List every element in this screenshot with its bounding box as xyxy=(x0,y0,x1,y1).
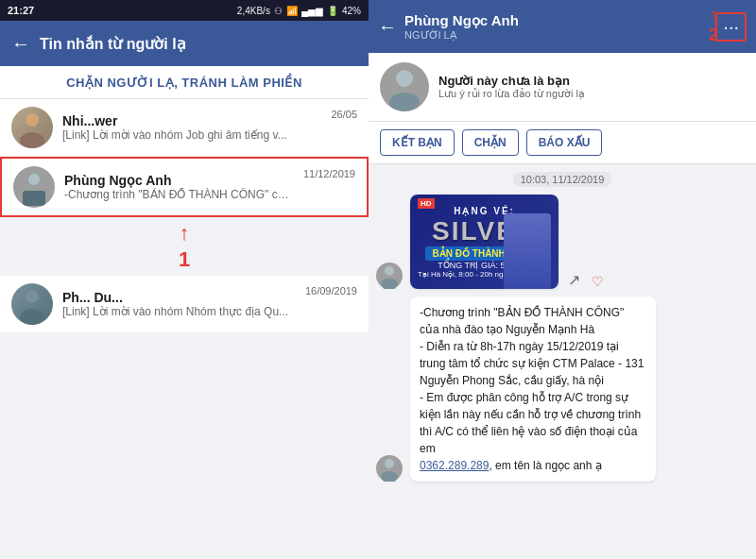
chat-message-image: HD HẠNG VÉ: SILVER BẢN ĐỒ THÀNH CÔNG TỔN… xyxy=(376,195,748,289)
svg-point-8 xyxy=(389,93,420,111)
hd-label: HD xyxy=(418,198,435,208)
bluetooth-icon: ⚇ xyxy=(274,6,283,16)
phone-number[interactable]: 0362.289.289 xyxy=(420,459,489,472)
message-item-1[interactable]: Nhi...wer [Link] Lời mời vào nhóm Job gh… xyxy=(0,99,369,157)
add-friend-button[interactable]: KẾT BẠN xyxy=(380,129,455,156)
msg-date-3: 16/09/2019 xyxy=(305,283,357,296)
msg-name-3: Ph... Du... xyxy=(62,290,296,305)
battery-percent: 42% xyxy=(342,6,361,16)
stranger-avatar xyxy=(380,62,429,111)
page-title: Tin nhắn từ người lạ xyxy=(40,35,186,53)
msg-preview-2: -Chương trình "BẢN ĐỒ THÀNH CÔNG" củ... xyxy=(64,188,294,201)
svg-point-9 xyxy=(385,266,394,276)
right-indicator: ↑ 2 xyxy=(709,4,718,45)
status-info: 2,4KB/s xyxy=(237,6,270,16)
msg-preview-3: [Link] Lời mời vào nhóm Nhóm thực địa Qu… xyxy=(62,305,296,318)
svg-rect-3 xyxy=(23,191,45,206)
chat-timestamp: 10:03, 11/12/2019 xyxy=(513,172,612,187)
heart-icon[interactable]: ♡ xyxy=(592,274,604,289)
message-item-3[interactable]: Ph... Du... [Link] Lời mời vào nhóm Nhóm… xyxy=(0,276,369,333)
right-header: ← Phùng Ngọc Anh NGƯỜI LẠ ··· ↑ 2 xyxy=(369,0,756,53)
svg-point-11 xyxy=(385,459,394,468)
image-message-card: HD HẠNG VÉ: SILVER BẢN ĐỒ THÀNH CÔNG TỔN… xyxy=(410,195,558,289)
chat-message-text: -Chương trình "BẢN ĐỒ THÀNH CÔNG" của nh… xyxy=(376,296,748,482)
right-arrow-indicator: ↑ xyxy=(709,4,718,25)
stranger-text: Người này chưa là bạn Lưu ý rủi ro lừa đ… xyxy=(438,74,745,100)
msg-preview-1: [Link] Lời mời vào nhóm Job ghi âm tiếng… xyxy=(62,128,321,142)
status-bar: 21:27 2,4KB/s ⚇ 📶 ▄▅▆ 🔋 42% xyxy=(0,0,369,21)
message-list: Nhi...wer [Link] Lời mời vào nhóm Job gh… xyxy=(0,99,369,559)
svg-point-7 xyxy=(396,70,413,87)
chat-body: 10:03, 11/12/2019 HD HẠNG VÉ: SILVER xyxy=(369,164,756,559)
stranger-banner: Người này chưa là bạn Lưu ý rủi ro lừa đ… xyxy=(369,53,756,122)
block-banner-text: CHẶN NGƯỜI LẠ, TRÁNH LÀM PHIỀN xyxy=(66,76,302,90)
block-banner[interactable]: CHẶN NGƯỜI LẠ, TRÁNH LÀM PHIỀN xyxy=(0,66,369,99)
right-panel: ← Phùng Ngọc Anh NGƯỜI LẠ ··· ↑ 2 Người … xyxy=(369,0,756,559)
right-header-info: Phùng Ngọc Anh NGƯỜI LẠ xyxy=(404,12,708,42)
status-time: 21:27 xyxy=(8,5,34,16)
indicator-row: ↑ 1 xyxy=(0,217,369,276)
avatar-2 xyxy=(13,166,55,208)
message-item-2[interactable]: Phùng Ngọc Anh -Chương trình "BẢN ĐỒ THÀ… xyxy=(0,157,369,217)
silver-banner: HD HẠNG VÉ: SILVER BẢN ĐỒ THÀNH CÔNG TỔN… xyxy=(410,195,558,289)
battery-icon: 🔋 xyxy=(327,6,338,16)
more-button[interactable]: ··· xyxy=(715,12,747,42)
status-right: 2,4KB/s ⚇ 📶 ▄▅▆ 🔋 42% xyxy=(237,6,361,16)
avatar-1 xyxy=(11,107,53,148)
svg-point-6 xyxy=(20,309,44,325)
svg-point-5 xyxy=(26,290,39,303)
right-back-button[interactable]: ← xyxy=(378,16,397,38)
msg-content-2: Phùng Ngọc Anh -Chương trình "BẢN ĐỒ THÀ… xyxy=(64,173,294,201)
message-text-part2: , em tên là ngọc anh ạ xyxy=(489,459,601,472)
svg-point-4 xyxy=(28,174,40,185)
svg-point-1 xyxy=(20,132,44,148)
banner-person xyxy=(504,213,551,289)
svg-point-12 xyxy=(381,471,398,482)
msg-date-2: 11/12/2019 xyxy=(303,166,355,179)
msg-content-1: Nhi...wer [Link] Lời mời vào nhóm Job gh… xyxy=(62,113,321,142)
avatar-3 xyxy=(11,283,53,325)
stranger-subtitle: Lưu ý rủi ro lừa đảo từ người lạ xyxy=(438,88,745,100)
share-icon[interactable]: ↗ xyxy=(568,271,580,289)
left-panel: 21:27 2,4KB/s ⚇ 📶 ▄▅▆ 🔋 42% ← Tin nhắn t… xyxy=(0,0,369,559)
msg-name-2: Phùng Ngọc Anh xyxy=(64,173,294,188)
svg-point-0 xyxy=(26,113,39,127)
right-number-label: 2 xyxy=(709,25,718,45)
number-label-1: 1 xyxy=(179,247,190,272)
chat-name: Phùng Ngọc Anh xyxy=(404,12,708,29)
arrow-up-indicator: ↑ xyxy=(180,221,190,246)
msg-date-1: 26/05 xyxy=(331,107,357,120)
svg-point-10 xyxy=(381,279,398,289)
wifi-icon: 📶 xyxy=(286,6,298,16)
block-button[interactable]: CHẶN xyxy=(462,129,519,156)
msg-content-3: Ph... Du... [Link] Lời mời vào nhóm Nhóm… xyxy=(62,290,296,318)
chat-sender-avatar xyxy=(376,263,403,289)
left-header: ← Tin nhắn từ người lạ xyxy=(0,21,369,66)
msg-name-1: Nhi...wer xyxy=(62,113,321,128)
chat-sub: NGƯỜI LẠ xyxy=(404,29,708,42)
chat-sender-avatar-2 xyxy=(376,455,403,482)
signal-icon: ▄▅▆ xyxy=(301,6,323,16)
stranger-title: Người này chưa là bạn xyxy=(438,74,745,88)
text-bubble: -Chương trình "BẢN ĐỒ THÀNH CÔNG" của nh… xyxy=(410,296,656,482)
message-text-part1: -Chương trình "BẢN ĐỒ THÀNH CÔNG" của nh… xyxy=(420,306,644,455)
action-buttons: KẾT BẠN CHẶN BÁO XẤU xyxy=(369,122,756,164)
report-button[interactable]: BÁO XẤU xyxy=(526,129,603,156)
back-button[interactable]: ← xyxy=(11,33,30,55)
